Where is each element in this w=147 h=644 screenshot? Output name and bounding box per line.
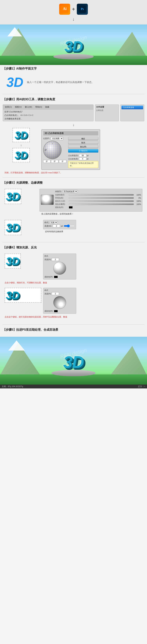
position-label: 位置(P): [43, 137, 50, 140]
arrow-down-2: ↓ [3, 123, 144, 127]
angle-inputs [43, 160, 66, 163]
style-label-4b: 样式 [44, 289, 48, 291]
ambient-slider[interactable] [69, 197, 134, 199]
angle-x-input[interactable] [43, 160, 50, 163]
shade-swatch-4b[interactable] [54, 310, 58, 312]
expand-button[interactable]: 凸出斜角选项 [122, 106, 143, 109]
height-input-4[interactable] [52, 258, 59, 261]
step4-title: 【步骤4】增加光源、反光 [3, 245, 144, 250]
bevel-label: 凸出斜角(B): [68, 158, 78, 160]
step2-3d-after: 3D [12, 148, 30, 162]
height-row-4: 高度(H): [44, 258, 75, 261]
shade-swatch-4[interactable] [54, 276, 58, 278]
app-icons: Ai + Ps [0, 4, 147, 15]
file-settings-content: 文档信息 [96, 109, 118, 112]
ambient-label: 环境光(A): [55, 197, 68, 199]
surface-label: 表面(S): [55, 190, 62, 193]
extrude-label: 凸出厚度(D): [68, 154, 79, 156]
header-section: Ai + Ps ↓ [0, 0, 147, 24]
style-row-4: 样式 [44, 255, 75, 258]
extrude-input[interactable] [79, 154, 86, 157]
plus-sign: + [72, 6, 75, 12]
angle-y-input[interactable] [51, 160, 58, 163]
step2-title: 【步骤2】用AI的3D工具，调整立体角度 [3, 96, 144, 102]
toolbar-window[interactable]: 窗口(W) [24, 105, 33, 109]
ambient-row: 环境光(A): 0% [55, 197, 141, 199]
sphere-preview: ↺ ↑ [43, 141, 62, 159]
step4-caption-2: 点击这个锁钮，使灯光跟在物体化面后面，同样可以调阴影位置、数值 [3, 316, 144, 318]
cancel-button[interactable]: 取消 [68, 141, 98, 144]
edge-height-input[interactable] [53, 224, 60, 228]
step4-left: 3D [4, 254, 41, 268]
bevel-info-box: 可能光生了斜角自身交融点带来。 [68, 161, 98, 168]
ai-icon: Ai [59, 4, 70, 15]
intensity-slider[interactable] [69, 194, 134, 196]
bevel-input[interactable] [79, 157, 86, 160]
blend-val: 100% [135, 203, 141, 205]
shade-color-row: 底纹色(H): [55, 206, 141, 209]
step2-3d-before: 3D [12, 128, 30, 142]
intensity-val: 100% [135, 194, 141, 196]
step1-description: 输入一个正规一些的文字，有必要的话可以高低调整一下状态。 [27, 80, 94, 84]
shade-color-swatch[interactable] [69, 206, 73, 208]
highlight-slider[interactable] [69, 200, 134, 202]
mountain-right [114, 32, 147, 58]
angle-z-input[interactable] [59, 160, 66, 163]
step4-section: 【步骤4】增加光源、反光 3D 样式 高度(H): [0, 244, 147, 323]
surface-row: 表面(S): 照亮粗糙效果 [55, 190, 141, 193]
edge-style-select[interactable]: 经典 [50, 221, 58, 224]
step3-caption2: 还有有很多边缘效果 [43, 230, 76, 233]
step5-image: 3D REN design [0, 337, 147, 384]
shade-label: 底纹色(H): [55, 206, 68, 209]
preview-button[interactable]: ☑ 预览(V) [68, 149, 98, 152]
height-input-4b[interactable] [52, 292, 59, 295]
rotate-left-icon[interactable]: ↺ [44, 148, 47, 152]
surface-select[interactable]: 照亮粗糙效果 [63, 190, 78, 193]
menu-row-3: 文档栅格效果设置... [3, 117, 93, 120]
step5-title: 【步骤5】拉进PS里后期处理、合成至场景 [3, 327, 144, 333]
lighting-header: 表面(S): 照亮粗糙效果 光源强度(I): 100% [41, 190, 141, 209]
highlight-label: 高光大小(Z): [55, 200, 68, 202]
step4-content: 3D 样式 高度(H): 底纹色(H): [3, 253, 144, 280]
step3b-right: 样式: 经典 高度(H): pt 还有有很多边缘效果 [43, 220, 76, 233]
edge-style-row: 样式: 经典 [44, 221, 75, 224]
menu-item-2[interactable]: 凸出和斜角(E)... [4, 114, 19, 117]
options-left: 位置(P): 目定视图 ↺ ↑ [43, 137, 66, 168]
expand-btn-panel: 凸出斜角选项 [120, 104, 144, 121]
shade-label-4b: 底纹色(H): [44, 310, 53, 312]
shade-label-4: 底纹色(H): [44, 276, 53, 278]
blend-slider[interactable] [69, 204, 134, 205]
edge-slider[interactable] [64, 224, 75, 228]
blend-row: 混合步骤(B): 100% [55, 203, 141, 206]
toolbar-effect[interactable]: 效果(C) [4, 105, 13, 109]
page-container: Ai + Ps ↓ 3D REN design 【步骤1】AI制作平面文字 3D… [0, 0, 147, 388]
divider-1 [3, 94, 144, 94]
extrude-row: 凸出厚度(D): pt [68, 154, 98, 157]
height-label-4: 高度(H): [44, 258, 51, 260]
file-settings-title: 文件设置 [96, 106, 118, 108]
step4b-sub: 3D 样式 高度(H): 底纹色(H): [3, 287, 144, 318]
lighting-panel: 表面(S): 照亮粗糙效果 光源强度(I): 100% [39, 189, 143, 212]
rotate-up-icon[interactable]: ↑ [52, 142, 53, 145]
toolbar-hide[interactable]: 隐藏 [44, 105, 50, 109]
step4b-content: 3D 样式 高度(H): 底纹色(H): [3, 287, 144, 315]
blend-label: 混合步骤(B): [55, 203, 68, 206]
reset-button[interactable]: 复位(R) [68, 145, 98, 148]
step3-title: 【步骤3】光源调整、边缘调整 [3, 180, 144, 186]
arrow-down: ↓ [0, 16, 147, 22]
lighting-sphere-preview [41, 195, 54, 205]
options-panel-title: 3D 凸出和斜角选项 [43, 131, 98, 136]
light-panel-1: 样式 高度(H): 底纹色(H): [43, 254, 76, 280]
hero-image: 3D REN design [0, 24, 147, 65]
position-select[interactable]: 目定视图 [51, 137, 63, 140]
menu-row-1: 应用"凸出和斜角(E)" [3, 110, 93, 114]
menu-item-3[interactable]: 文档栅格效果设置... [4, 118, 22, 120]
step4b-right: 样式 高度(H): 底纹色(H): [43, 288, 143, 314]
menu-item-1[interactable]: 应用"凸出和斜角(E)" [4, 110, 23, 113]
apply-button[interactable]: 确定 [68, 137, 98, 140]
options-right-panel: 确定 取消 复位(R) ☑ 预览(V) 凸出厚度(D): pt 凸出斜角(B): [68, 137, 98, 168]
toolbar-help[interactable]: 帮助(H) [34, 105, 43, 109]
step2-3d-previews: 3D ↓ 3D [3, 128, 39, 162]
step3-left: 3D [4, 189, 38, 204]
toolbar-view[interactable]: 视图(V) [14, 105, 23, 109]
